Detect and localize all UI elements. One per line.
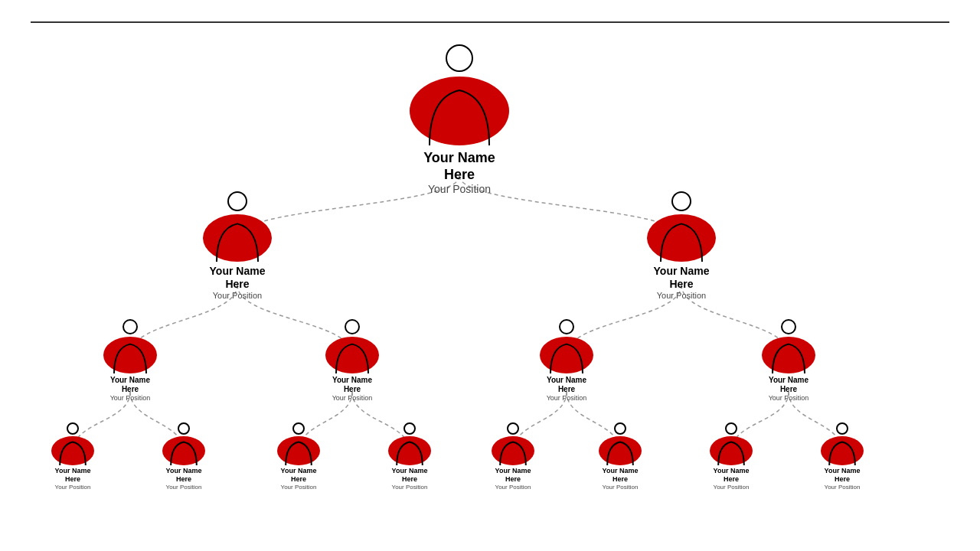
person-icon-rll — [492, 436, 534, 465]
head-circle-llr — [178, 422, 190, 435]
head-circle-rrr — [836, 422, 848, 435]
node-position-rl: Your Position — [547, 394, 587, 402]
body-svg-rlr — [599, 436, 642, 465]
node-name-r1: Your Name Here — [647, 265, 716, 291]
node-rrl[interactable]: Your Name Here Your Position — [710, 436, 753, 491]
node-rl[interactable]: Your Name Here Your Position — [540, 337, 593, 402]
node-name-rlr: Your Name Here — [599, 467, 642, 484]
body-svg-lll — [51, 436, 94, 465]
person-ellipse-lll — [51, 436, 94, 465]
avatar-lrr — [388, 436, 431, 465]
node-name-lrl: Your Name Here — [277, 467, 320, 484]
person-ellipse-lrr — [388, 436, 431, 465]
person-icon-lrl — [277, 436, 320, 465]
head-circle-rlr — [614, 422, 626, 435]
head-circle-ll — [122, 319, 138, 334]
node-name-lll: Your Name Here — [51, 467, 94, 484]
head-circle-lr — [345, 319, 360, 334]
person-ellipse-root — [410, 77, 509, 145]
person-icon-rrl — [710, 436, 753, 465]
node-rrr[interactable]: Your Name Here Your Position — [821, 436, 864, 491]
body-svg-lr — [325, 337, 379, 373]
avatar-rr — [762, 337, 815, 373]
head-circle-lrr — [403, 422, 416, 435]
person-icon-lr — [325, 337, 379, 373]
head-circle-rl — [559, 319, 574, 334]
head-circle-l1 — [227, 191, 247, 211]
person-icon-rl — [540, 337, 593, 373]
node-lrr[interactable]: Your Name Here Your Position — [388, 436, 431, 491]
person-icon-rlr — [599, 436, 642, 465]
node-position-rrr: Your Position — [825, 484, 861, 491]
body-svg-rl — [540, 337, 593, 373]
node-position-l1: Your Position — [213, 291, 262, 300]
avatar-lrl — [277, 436, 320, 465]
person-ellipse-ll — [103, 337, 157, 373]
body-svg-l1 — [203, 214, 272, 262]
head-circle-root — [446, 44, 473, 72]
person-ellipse-rr — [762, 337, 815, 373]
node-position-lrl: Your Position — [281, 484, 317, 491]
node-r1[interactable]: Your Name Here Your Position — [647, 214, 716, 300]
person-ellipse-rrr — [821, 436, 864, 465]
body-svg-lrl — [277, 436, 320, 465]
person-ellipse-llr — [162, 436, 205, 465]
person-icon-root — [410, 77, 509, 145]
body-svg-rrl — [710, 436, 753, 465]
node-position-lrr: Your Position — [392, 484, 428, 491]
person-icon-llr — [162, 436, 205, 465]
head-circle-r1 — [671, 191, 691, 211]
body-svg-rll — [492, 436, 534, 465]
node-rr[interactable]: Your Name Here Your Position — [762, 337, 815, 402]
node-ll[interactable]: Your Name Here Your Position — [103, 337, 157, 402]
person-ellipse-lr — [325, 337, 379, 373]
avatar-rll — [492, 436, 534, 465]
node-position-r1: Your Position — [657, 291, 706, 300]
person-ellipse-l1 — [203, 214, 272, 262]
node-lrl[interactable]: Your Name Here Your Position — [277, 436, 320, 491]
avatar-l1 — [203, 214, 272, 262]
avatar-rrl — [710, 436, 753, 465]
avatar-lr — [325, 337, 379, 373]
head-circle-lll — [67, 422, 79, 435]
node-llr[interactable]: Your Name Here Your Position — [162, 436, 205, 491]
head-circle-rll — [507, 422, 519, 435]
page: Your Name Here Your Position Your Name H… — [0, 0, 980, 551]
node-name-rrr: Your Name Here — [821, 467, 864, 484]
node-name-lr: Your Name Here — [325, 376, 379, 394]
node-lll[interactable]: Your Name Here Your Position — [51, 436, 94, 491]
node-root[interactable]: Your Name Here Your Position — [410, 77, 509, 195]
node-name-l1: Your Name Here — [203, 265, 272, 291]
avatar-rlr — [599, 436, 642, 465]
node-position-llr: Your Position — [166, 484, 202, 491]
node-position-root: Your Position — [428, 183, 491, 195]
node-position-rrl: Your Position — [714, 484, 750, 491]
avatar-rrr — [821, 436, 864, 465]
body-svg-llr — [162, 436, 205, 465]
page-title — [31, 15, 949, 23]
person-ellipse-rlr — [599, 436, 642, 465]
chart-area: Your Name Here Your Position Your Name H… — [31, 31, 949, 505]
node-l1[interactable]: Your Name Here Your Position — [203, 214, 272, 300]
head-circle-lrl — [292, 422, 305, 435]
person-icon-r1 — [647, 214, 716, 262]
node-rlr[interactable]: Your Name Here Your Position — [599, 436, 642, 491]
head-circle-rr — [781, 319, 796, 334]
person-icon-ll — [103, 337, 157, 373]
avatar-rl — [540, 337, 593, 373]
body-svg-r1 — [647, 214, 716, 262]
node-name-root: Your Name Here — [410, 150, 509, 183]
node-name-rr: Your Name Here — [762, 376, 815, 394]
body-svg-root — [410, 77, 509, 145]
node-name-rrl: Your Name Here — [710, 467, 753, 484]
node-name-lrr: Your Name Here — [388, 467, 431, 484]
avatar-r1 — [647, 214, 716, 262]
node-rll[interactable]: Your Name Here Your Position — [492, 436, 534, 491]
person-icon-lll — [51, 436, 94, 465]
head-circle-rrl — [725, 422, 737, 435]
body-svg-ll — [103, 337, 157, 373]
body-svg-rr — [762, 337, 815, 373]
node-lr[interactable]: Your Name Here Your Position — [325, 337, 379, 402]
node-position-ll: Your Position — [110, 394, 151, 402]
node-position-lll: Your Position — [55, 484, 91, 491]
